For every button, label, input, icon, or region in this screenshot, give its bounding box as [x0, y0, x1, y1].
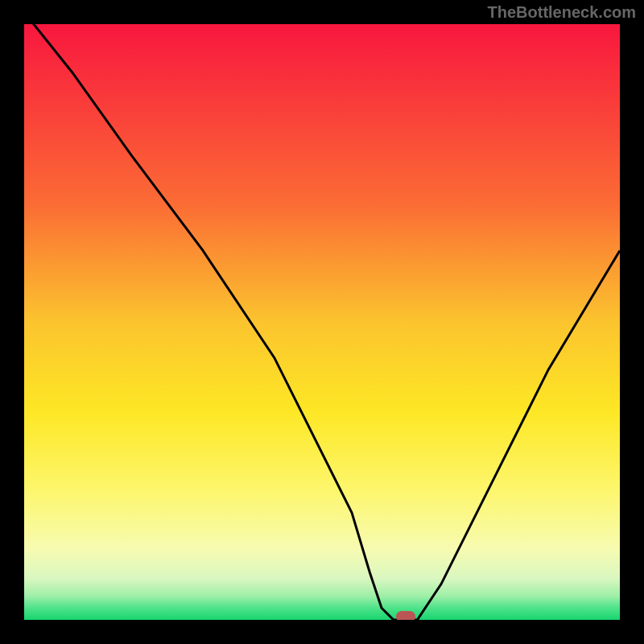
bottleneck-curve — [24, 24, 620, 620]
chart-container: TheBottleneck.com — [0, 0, 644, 644]
plot-area — [24, 24, 620, 620]
watermark-text: TheBottleneck.com — [488, 3, 636, 22]
optimal-marker — [396, 611, 415, 620]
